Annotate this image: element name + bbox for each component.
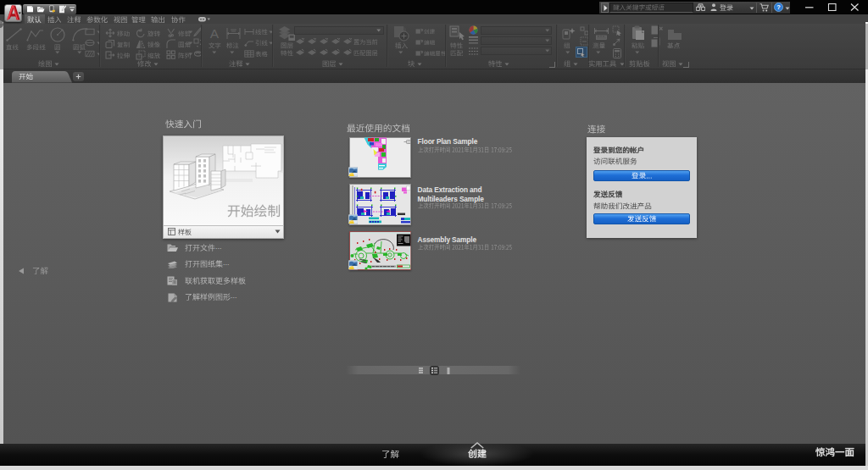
svg-text:?: ?	[776, 3, 781, 11]
svg-text:A: A	[210, 26, 220, 41]
